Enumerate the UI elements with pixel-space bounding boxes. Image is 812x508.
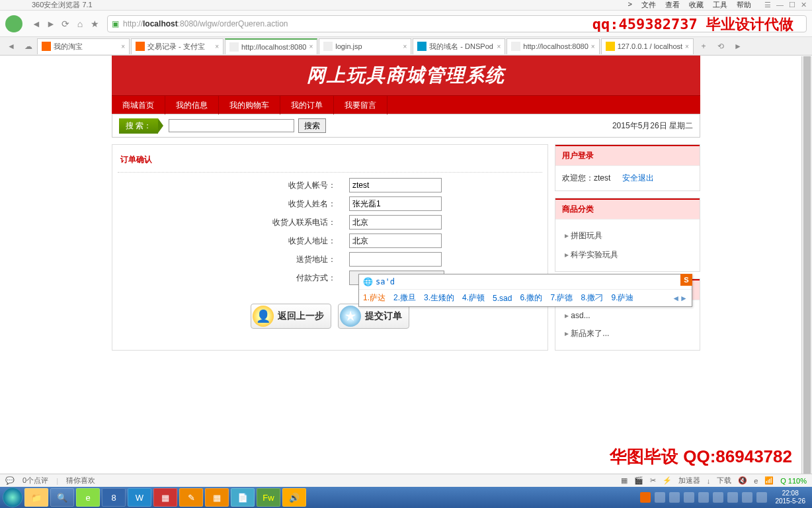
ime-candidate-8[interactable]: 8.撒刁	[581, 292, 603, 304]
tab-close-icon[interactable]: ×	[215, 43, 219, 50]
ime-candidate-1[interactable]: 1.萨达	[363, 292, 386, 304]
tab-5[interactable]: http://localhost:8080×	[507, 38, 599, 54]
like-label[interactable]: 猜你喜欢	[66, 476, 95, 486]
taskbar-clock[interactable]: 22:082015-5-26	[771, 489, 809, 505]
tray-icon[interactable]	[727, 492, 738, 503]
tab-restore-icon[interactable]: ⟲	[712, 42, 729, 51]
ime-candidate-5[interactable]: 5.sad	[493, 294, 512, 303]
mute-icon[interactable]: 🔇	[738, 476, 747, 485]
tray-icon[interactable]	[742, 492, 752, 503]
nav-message[interactable]: 我要留言	[334, 96, 387, 114]
tray-sogou-icon[interactable]	[640, 492, 651, 503]
news-item[interactable]: 新品来了...	[562, 324, 693, 343]
ime-candidate-2[interactable]: 2.撒旦	[393, 292, 416, 304]
ime-candidate-4[interactable]: 4.萨顿	[462, 292, 485, 304]
tray-icon[interactable]	[698, 492, 709, 503]
tab-close-icon[interactable]: ×	[591, 43, 595, 50]
tab-next-icon[interactable]: ►	[729, 42, 747, 51]
forward-button[interactable]: ►	[44, 17, 58, 31]
back-button[interactable]: ◄	[29, 17, 44, 31]
nav-orders[interactable]: 我的订单	[280, 96, 334, 114]
name-input[interactable]	[349, 196, 442, 211]
tab-prev-icon[interactable]: ◄	[3, 42, 20, 51]
home-button[interactable]: ⌂	[73, 17, 87, 31]
start-button[interactable]	[3, 487, 22, 507]
taskbar-search[interactable]: 🔍	[50, 488, 74, 507]
taskbar-app3[interactable]: ✎	[179, 488, 203, 507]
tray-icon[interactable]	[713, 492, 723, 503]
cloud-icon[interactable]: ☁	[20, 42, 37, 51]
search-input[interactable]	[169, 119, 294, 132]
tray-icon[interactable]	[669, 492, 680, 503]
menu-file[interactable]: 文件	[641, 0, 656, 10]
taskbar-word[interactable]: W	[128, 488, 151, 507]
category-item[interactable]: 拼图玩具	[562, 226, 693, 245]
search-button[interactable]: 搜索	[298, 118, 326, 133]
back-step-button[interactable]: 👤返回上一步	[251, 304, 331, 329]
tab-1[interactable]: 交易记录 - 支付宝×	[131, 38, 223, 54]
download-icon[interactable]: ↓	[707, 477, 711, 485]
tab-close-icon[interactable]: ×	[121, 43, 125, 50]
accel-icon[interactable]: ⚡	[663, 476, 672, 485]
menu-file[interactable]: >	[628, 0, 632, 10]
account-input[interactable]	[349, 178, 442, 192]
menu-fav[interactable]: 收藏	[689, 0, 704, 10]
zoom-level[interactable]: Q 110%	[780, 477, 807, 485]
submit-order-button[interactable]: ★提交订单	[338, 304, 409, 329]
taskbar-app2[interactable]: ▦	[153, 488, 177, 507]
maximize-icon[interactable]: ☐	[789, 1, 795, 9]
ime-candidate-9[interactable]: 9.萨迪	[611, 292, 633, 304]
close-icon[interactable]: ✕	[801, 1, 807, 9]
ime-candidates[interactable]: 1.萨达 2.撒旦 3.生矮的 4.萨顿 5.sad 6.撒的 7.萨德 8.撒…	[359, 290, 692, 306]
tray-icon[interactable]	[655, 492, 665, 503]
ship-input[interactable]	[349, 252, 442, 267]
ime-candidate-7[interactable]: 7.萨德	[550, 292, 573, 304]
tab-4[interactable]: 我的域名 - DNSPod×	[413, 38, 505, 54]
tab-3[interactable]: login.jsp×	[319, 38, 411, 54]
addr-input[interactable]	[349, 233, 442, 248]
tab-6[interactable]: 127.0.0.1 / localhost×	[601, 38, 694, 54]
tab-close-icon[interactable]: ×	[497, 43, 501, 50]
hide-icon[interactable]: ☰	[764, 1, 771, 9]
taskbar-app1[interactable]: 8	[102, 488, 126, 507]
nav-myinfo[interactable]: 我的信息	[165, 96, 219, 114]
vertical-scrollbar[interactable]	[801, 56, 812, 474]
tray-icon[interactable]	[684, 492, 694, 503]
taskbar-fw[interactable]: Fw	[257, 488, 280, 507]
tray-icon[interactable]	[756, 492, 767, 503]
taskbar-app4[interactable]: ▦	[205, 488, 229, 507]
taskbar-ie[interactable]: e	[76, 488, 100, 507]
tab-2-active[interactable]: http://localhost:8080×	[225, 38, 317, 54]
user-avatar-icon[interactable]	[5, 15, 22, 32]
tab-add-icon[interactable]: +	[695, 42, 712, 51]
menu-tools[interactable]: 工具	[713, 0, 727, 10]
film-icon[interactable]: 🎬	[634, 476, 643, 485]
news-item[interactable]: asd...	[562, 307, 693, 324]
phone-input[interactable]	[349, 215, 442, 230]
star-button[interactable]: ★	[87, 17, 102, 31]
tab-0[interactable]: 我的淘宝×	[37, 38, 130, 54]
nav-cart[interactable]: 我的购物车	[219, 96, 280, 114]
reload-button[interactable]: ⟳	[58, 17, 73, 31]
net-icon[interactable]: 📶	[764, 476, 774, 485]
ime-candidate-3[interactable]: 3.生矮的	[424, 292, 454, 304]
comment-icon[interactable]: 💬	[5, 476, 15, 485]
taskbar-explorer[interactable]: 📁	[24, 488, 48, 507]
logout-link[interactable]: 安全退出	[622, 173, 654, 183]
taskbar-app5[interactable]: 📄	[231, 488, 255, 507]
split-icon[interactable]: ▦	[621, 476, 628, 485]
tab-close-icon[interactable]: ×	[309, 43, 313, 50]
comment-count[interactable]: 0个点评	[22, 476, 48, 486]
ime-candidate-6[interactable]: 6.撒的	[520, 292, 542, 304]
nav-home[interactable]: 商城首页	[112, 96, 165, 114]
menu-view[interactable]: 查看	[665, 0, 680, 10]
ie-icon[interactable]: e	[754, 477, 758, 485]
taskbar-sound[interactable]: 🔊	[282, 488, 306, 507]
minimize-icon[interactable]: —	[776, 1, 784, 9]
tab-close-icon[interactable]: ×	[685, 43, 689, 50]
ime-page-arrows-icon[interactable]: ◄►	[672, 294, 688, 303]
category-item[interactable]: 科学实验玩具	[562, 245, 693, 265]
tab-close-icon[interactable]: ×	[403, 43, 407, 50]
cut-icon[interactable]: ✂	[650, 476, 656, 485]
menu-help[interactable]: 帮助	[737, 0, 751, 10]
